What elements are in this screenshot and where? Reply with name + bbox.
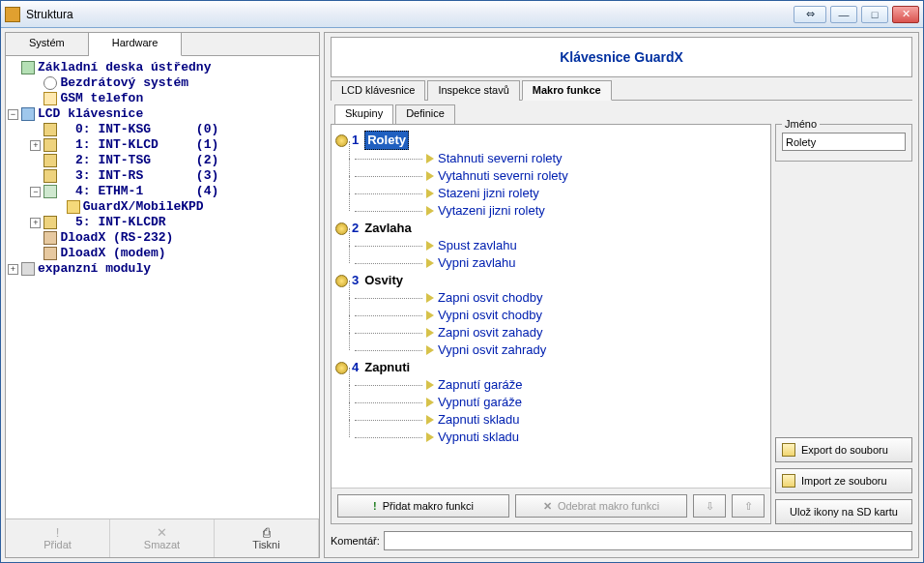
tree-connector — [355, 350, 422, 351]
arrow-right-icon — [426, 154, 434, 163]
macro-item[interactable]: Zapni osvit zahady — [355, 324, 766, 341]
tree-item[interactable]: DloadX (modem) — [8, 246, 317, 261]
tab-state-inspect[interactable]: Inspekce stavů — [427, 80, 519, 101]
macro-group[interactable]: 2Zavlaha — [335, 220, 766, 237]
tree-item[interactable]: Základní deska ústředny — [8, 60, 317, 75]
tree-node-label: 3: INT-RS (3) — [60, 168, 218, 184]
macro-group[interactable]: 3Osvity — [335, 272, 766, 289]
tree-node-label: DloadX (RS-232) — [60, 230, 173, 246]
print-button[interactable]: ⎙ Tiskni — [215, 519, 319, 557]
arrow-right-icon — [426, 258, 434, 268]
tree-expander-icon[interactable]: + — [30, 218, 41, 228]
add-macro-button[interactable]: ! Přidat makro funkci — [337, 494, 509, 518]
arrow-right-icon — [426, 311, 434, 320]
tree-item[interactable]: GuardX/MobileKPD — [8, 199, 317, 215]
tab-hardware[interactable]: Hardware — [89, 33, 183, 56]
macro-tree[interactable]: 1RoletyStahnuti severni roletyVytahnuti … — [332, 125, 770, 488]
macro-item-label: Zapni osvit zahady — [438, 324, 542, 341]
macro-item-label: Vypnuti skladu — [438, 429, 519, 446]
tree-node-label: Bezdrátový systém — [60, 75, 188, 91]
subtab-definitions[interactable]: Definice — [395, 104, 455, 124]
tree-item[interactable]: + 5: INT-KLCDR — [8, 215, 317, 230]
macro-item[interactable]: Vytazeni jizni rolety — [355, 202, 766, 220]
remove-macro-button: ✕ Odebrat makro funkci — [515, 494, 687, 518]
macro-item-label: Zapnuti skladu — [438, 411, 520, 429]
tree-connector — [355, 385, 422, 386]
macro-item[interactable]: Spust zavlahu — [355, 237, 766, 254]
macro-item-label: Vypni osvit chodby — [438, 307, 542, 324]
tree-connector — [355, 193, 422, 194]
save-sd-label: Ulož ikony na SD kartu — [790, 506, 898, 518]
macro-item-label: Zapnutí garáže — [438, 376, 522, 394]
macro-item[interactable]: Vypnuti skladu — [355, 429, 766, 446]
tree-expander-icon[interactable]: − — [8, 109, 18, 120]
minimize-button[interactable]: — — [830, 6, 857, 23]
arrow-up-icon: ⇧ — [744, 500, 753, 513]
tree-item[interactable]: DloadX (RS-232) — [8, 230, 317, 246]
tree-expander-icon — [53, 202, 64, 213]
tree-expander-icon — [30, 171, 41, 182]
macro-item[interactable]: Zapni osvit chodby — [355, 289, 766, 307]
tree-item[interactable]: 2: INT-TSG (2) — [8, 153, 317, 168]
macro-group[interactable]: 4Zapnuti — [335, 359, 766, 376]
macro-item[interactable]: Vypni osvit chodby — [355, 307, 766, 324]
tree-connector — [355, 159, 422, 160]
tree-connector — [355, 298, 422, 299]
tree-node-label: 2: INT-TSG (2) — [60, 153, 218, 168]
tree-connector — [355, 263, 422, 264]
tree-node-icon — [43, 216, 57, 229]
group-name: Osvity — [364, 272, 403, 289]
tree-node-icon — [43, 154, 57, 167]
tree-item[interactable]: + 1: INT-KLCD (1) — [8, 137, 317, 153]
tree-node-icon — [43, 169, 57, 183]
macro-item[interactable]: Zapnuti skladu — [355, 411, 766, 429]
tab-system[interactable]: Systém — [6, 33, 89, 55]
move-down-button: ⇩ — [693, 494, 726, 518]
macro-group[interactable]: 1Rolety — [335, 131, 766, 150]
tree-expander-icon — [30, 78, 41, 89]
printer-icon: ⎙ — [263, 526, 271, 539]
comment-input[interactable] — [384, 531, 912, 550]
add-macro-label: Přidat makro funkci — [383, 500, 474, 512]
macro-item-label: Vypni zavlahu — [438, 254, 515, 272]
macro-panel: 1RoletyStahnuti severni roletyVytahnuti … — [331, 124, 771, 524]
tree-node-label: GSM telefon — [60, 91, 143, 106]
macro-item[interactable]: Vytahnuti severni rolety — [355, 167, 766, 185]
macro-item[interactable]: Vypni osvit zahrady — [355, 341, 766, 359]
macro-item[interactable]: Stazeni jizni rolety — [355, 185, 766, 202]
tab-macro-functions[interactable]: Makro funkce — [522, 80, 612, 101]
tree-item[interactable]: 3: INT-RS (3) — [8, 168, 317, 184]
comment-row: Komentář: — [331, 528, 912, 553]
tree-item[interactable]: +expanzní moduly — [8, 261, 317, 277]
tab-lcd-keypads[interactable]: LCD klávesnice — [331, 80, 425, 101]
tree-item[interactable]: − 4: ETHM-1 (4) — [8, 184, 317, 199]
titlebar[interactable]: Struktura ⇔ — □ ✕ — [1, 1, 923, 28]
macro-item[interactable]: Zapnutí garáže — [355, 376, 766, 394]
arrow-right-icon — [426, 380, 434, 390]
macro-item[interactable]: Vypni zavlahu — [355, 254, 766, 272]
macro-item[interactable]: Stahnuti severni rolety — [355, 150, 766, 167]
macro-sidebar: Jméno Export do souboru Import ze soubor… — [775, 124, 912, 524]
tree-expander-icon[interactable]: − — [30, 187, 41, 197]
tree-node-icon — [43, 123, 57, 136]
save-sd-button[interactable]: Ulož ikony na SD kartu — [775, 499, 912, 524]
tree-item[interactable]: GSM telefon — [8, 91, 317, 106]
window-title: Struktura — [26, 8, 73, 21]
hardware-tree[interactable]: Základní deska ústředny Bezdrátový systé… — [6, 56, 319, 519]
maximize-button[interactable]: □ — [861, 6, 888, 23]
close-button[interactable]: ✕ — [892, 6, 919, 23]
app-window: Struktura ⇔ — □ ✕ Systém Hardware Základ… — [0, 0, 924, 563]
window-switch-button[interactable]: ⇔ — [794, 6, 826, 23]
export-button[interactable]: Export do souboru — [775, 437, 912, 462]
subtab-groups[interactable]: Skupiny — [334, 104, 393, 124]
tree-item[interactable]: 0: INT-KSG (0) — [8, 122, 317, 137]
group-name-input[interactable] — [782, 133, 906, 151]
tree-expander-icon[interactable]: + — [8, 264, 18, 275]
delete-button: ✕ Smazat — [110, 519, 215, 557]
import-button[interactable]: Import ze souboru — [775, 468, 912, 493]
tree-item[interactable]: −LCD klávesnice — [8, 106, 317, 122]
tree-item[interactable]: Bezdrátový systém — [8, 75, 317, 91]
macro-item[interactable]: Vypnutí garáže — [355, 394, 766, 411]
detail-tabset: LCD klávesnice Inspekce stavů Makro funk… — [331, 79, 912, 101]
tree-expander-icon[interactable]: + — [30, 140, 41, 151]
